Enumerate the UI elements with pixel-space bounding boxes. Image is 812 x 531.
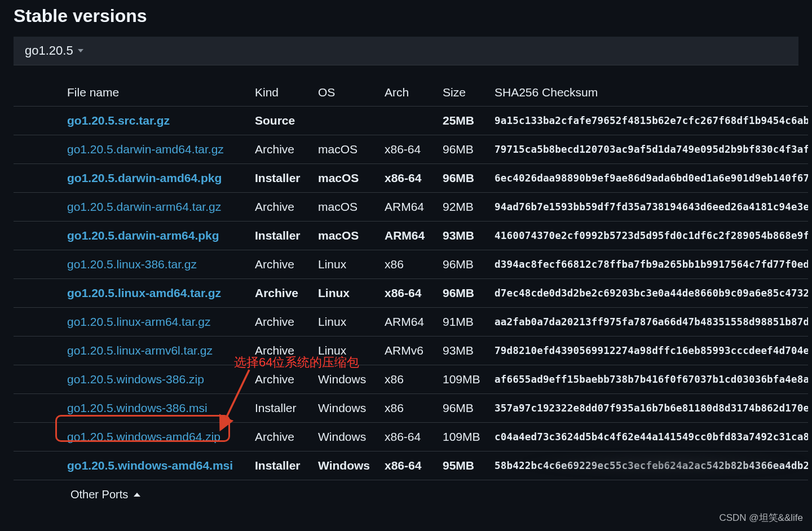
download-link[interactable]: go1.20.5.linux-386.tar.gz — [67, 258, 197, 271]
header-kind: Kind — [253, 79, 316, 107]
table-row: go1.20.5.linux-armv6l.tar.gzArchiveLinux… — [14, 337, 808, 365]
arch-cell: ARM64 — [382, 308, 440, 337]
kind-cell: Installer — [253, 452, 316, 480]
download-link[interactable]: go1.20.5.windows-386.zip — [67, 373, 204, 386]
arch-cell: x86-64 — [382, 452, 440, 480]
os-cell: macOS — [316, 193, 382, 222]
header-arch: Arch — [382, 79, 440, 107]
sha-cell: 58b422bc4c6e69229ec55c3ecfeb624a2ac542b8… — [492, 452, 808, 480]
download-link[interactable]: go1.20.5.linux-armv6l.tar.gz — [67, 344, 213, 357]
arch-cell: x86 — [382, 365, 440, 394]
sha-cell: 79d8210efd4390569912274a98dffc16eb85993c… — [492, 337, 808, 365]
arch-cell: ARMv6 — [382, 337, 440, 365]
arch-cell: x86 — [382, 250, 440, 279]
size-cell: 91MB — [440, 308, 492, 337]
os-cell: macOS — [316, 135, 382, 164]
download-link[interactable]: go1.20.5.windows-amd64.zip — [67, 430, 220, 443]
sha-cell: d394ac8fecf66812c78ffba7fb9a265bb1b99175… — [492, 250, 808, 279]
page-title: Stable versions — [0, 0, 812, 37]
kind-cell: Archive — [253, 279, 316, 308]
arch-cell: ARM64 — [382, 222, 440, 250]
header-size: Size — [440, 79, 492, 107]
downloads-table: File name Kind OS Arch Size SHA256 Check… — [14, 79, 798, 509]
os-cell: Windows — [316, 452, 382, 480]
download-link[interactable]: go1.20.5.linux-arm64.tar.gz — [67, 315, 210, 328]
arch-cell: x86-64 — [382, 279, 440, 308]
header-filename: File name — [65, 79, 253, 107]
table-row: go1.20.5.darwin-arm64.pkgInstallermacOSA… — [14, 222, 808, 250]
arch-cell — [382, 107, 440, 135]
os-cell: Linux — [316, 250, 382, 279]
sha-cell: 4160074370e2cf0992b5723d5d95fd0c1df6c2f2… — [492, 222, 808, 250]
table-row: go1.20.5.src.tar.gzSource25MB9a15c133ba2… — [14, 107, 808, 135]
table-row: go1.20.5.linux-386.tar.gzArchiveLinuxx86… — [14, 250, 808, 279]
size-cell: 109MB — [440, 423, 492, 452]
size-cell: 96MB — [440, 279, 492, 308]
download-link[interactable]: go1.20.5.darwin-amd64.tar.gz — [67, 143, 224, 156]
arch-cell: x86-64 — [382, 135, 440, 164]
kind-cell: Archive — [253, 193, 316, 222]
size-cell: 96MB — [440, 394, 492, 423]
watermark: CSDN @坦笑&&life — [719, 511, 803, 524]
chevron-down-icon — [78, 49, 83, 52]
download-link[interactable]: go1.20.5.windows-amd64.msi — [67, 459, 233, 472]
sha-cell: 9a15c133ba2cfafe79652f4815b62e7cfc267f68… — [492, 107, 808, 135]
download-link[interactable]: go1.20.5.windows-386.msi — [67, 401, 208, 414]
size-cell: 96MB — [440, 250, 492, 279]
kind-cell: Archive — [253, 250, 316, 279]
table-row: go1.20.5.darwin-arm64.tar.gzArchivemacOS… — [14, 193, 808, 222]
size-cell: 93MB — [440, 337, 492, 365]
kind-cell: Archive — [253, 423, 316, 452]
sha-cell: 6ec4026daa98890b9ef9ae86d9ada6bd0ed1a6e9… — [492, 164, 808, 193]
download-link[interactable]: go1.20.5.darwin-arm64.pkg — [67, 229, 219, 242]
size-cell: 95MB — [440, 452, 492, 480]
table-row: go1.20.5.darwin-amd64.tar.gzArchivemacOS… — [14, 135, 808, 164]
table-row: go1.20.5.windows-386.msiInstallerWindows… — [14, 394, 808, 423]
size-cell: 93MB — [440, 222, 492, 250]
table-header-row: File name Kind OS Arch Size SHA256 Check… — [14, 79, 808, 107]
chevron-up-icon — [134, 493, 140, 497]
table-row: go1.20.5.linux-amd64.tar.gzArchiveLinuxx… — [14, 279, 808, 308]
sha-cell: aa2fab0a7da20213ff975fa7876a66d47b483515… — [492, 308, 808, 337]
header-os: OS — [316, 79, 382, 107]
size-cell: 96MB — [440, 135, 492, 164]
kind-cell: Installer — [253, 222, 316, 250]
os-cell: Linux — [316, 279, 382, 308]
arch-cell: x86-64 — [382, 164, 440, 193]
version-label: go1.20.5 — [25, 43, 73, 58]
os-cell: macOS — [316, 222, 382, 250]
kind-cell: Installer — [253, 394, 316, 423]
download-link[interactable]: go1.20.5.src.tar.gz — [67, 114, 170, 127]
annotation-text: 选择64位系统的压缩包 — [234, 354, 359, 371]
sha-cell: 357a97c192322e8dd07f935a16b7b6e81180d8d3… — [492, 394, 808, 423]
other-ports-toggle[interactable]: Other Ports — [14, 480, 798, 509]
kind-cell: Archive — [253, 308, 316, 337]
os-cell: macOS — [316, 164, 382, 193]
os-cell: Windows — [316, 394, 382, 423]
kind-cell: Source — [253, 107, 316, 135]
arch-cell: ARM64 — [382, 193, 440, 222]
os-cell: Linux — [316, 308, 382, 337]
table-row: go1.20.5.darwin-amd64.pkgInstallermacOSx… — [14, 164, 808, 193]
other-ports-label: Other Ports — [70, 488, 128, 501]
os-cell: Windows — [316, 423, 382, 452]
table-row: go1.20.5.linux-arm64.tar.gzArchiveLinuxA… — [14, 308, 808, 337]
kind-cell: Archive — [253, 135, 316, 164]
kind-cell: Installer — [253, 164, 316, 193]
download-link[interactable]: go1.20.5.darwin-amd64.pkg — [67, 171, 222, 184]
size-cell: 92MB — [440, 193, 492, 222]
arch-cell: x86-64 — [382, 423, 440, 452]
download-link[interactable]: go1.20.5.darwin-arm64.tar.gz — [67, 200, 221, 213]
size-cell: 96MB — [440, 164, 492, 193]
size-cell: 25MB — [440, 107, 492, 135]
version-selector[interactable]: go1.20.5 — [14, 37, 798, 65]
sha-cell: af6655ad9eff15baebb738b7b416f0f67037b1cd… — [492, 365, 808, 394]
table-row: go1.20.5.windows-amd64.zipArchiveWindows… — [14, 423, 808, 452]
sha-cell: c04a4ed73c3624d5b4c4f62e44a141549cc0bfd8… — [492, 423, 808, 452]
header-sha: SHA256 Checksum — [492, 79, 808, 107]
os-cell — [316, 107, 382, 135]
sha-cell: 79715ca5b8becd120703ac9af5d1da749e095d2b… — [492, 135, 808, 164]
size-cell: 109MB — [440, 365, 492, 394]
download-link[interactable]: go1.20.5.linux-amd64.tar.gz — [67, 286, 221, 299]
table-row: go1.20.5.windows-386.zipArchiveWindowsx8… — [14, 365, 808, 394]
